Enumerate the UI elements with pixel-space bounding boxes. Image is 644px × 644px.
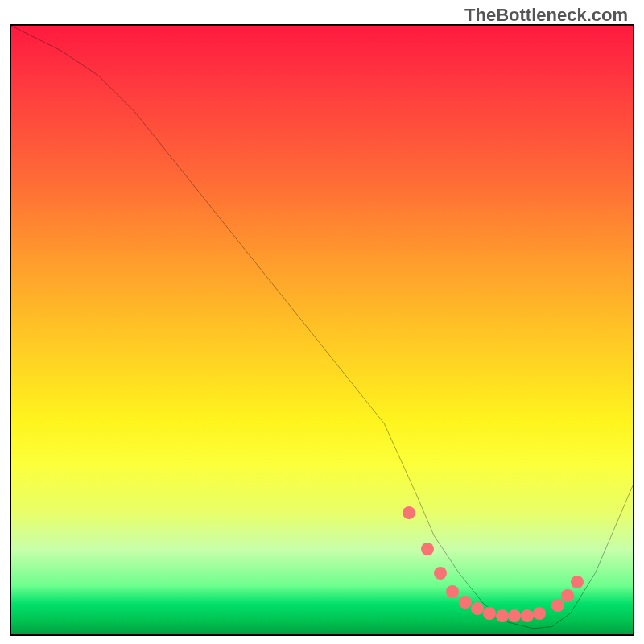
markers-layer (11, 26, 633, 634)
marker-dot (446, 585, 459, 598)
marker-dot (533, 607, 546, 620)
chart-frame (10, 24, 634, 636)
marker-dot (551, 599, 564, 612)
marker-dot (459, 596, 472, 609)
marker-dot (471, 602, 484, 615)
marker-dot (434, 567, 447, 580)
marker-dot (496, 609, 509, 622)
marker-dot (561, 589, 574, 602)
marker-dot (521, 609, 534, 622)
marker-dot (421, 543, 434, 555)
marker-dot (483, 607, 496, 620)
marker-dot (571, 576, 584, 588)
marker-dot (402, 506, 415, 519)
watermark-text: TheBottleneck.com (464, 5, 628, 26)
marker-dot (508, 609, 521, 622)
